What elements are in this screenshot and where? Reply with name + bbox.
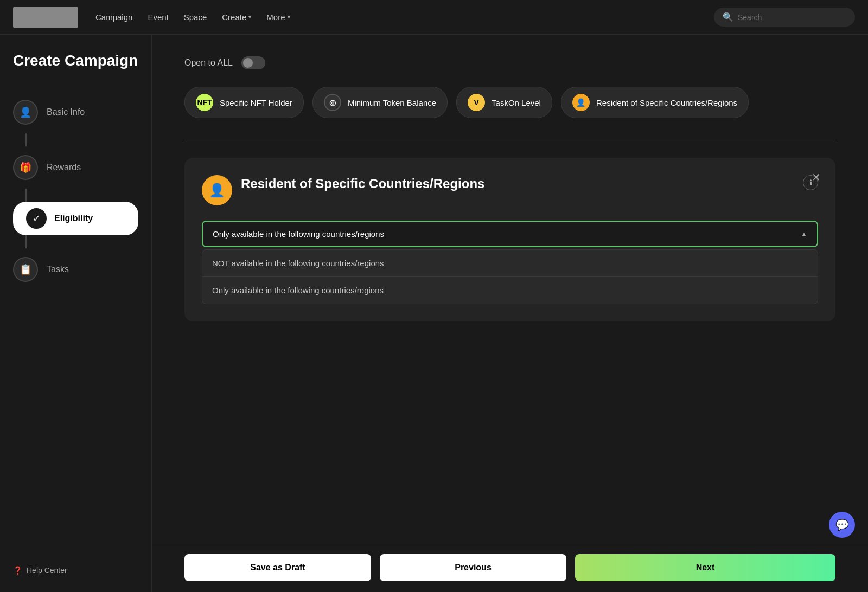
sidebar-item-basic-info[interactable]: 👤 Basic Info: [13, 91, 138, 133]
region-modal-icon: 👤: [202, 175, 232, 205]
logo: [13, 7, 78, 28]
sidebar-item-eligibility[interactable]: ✓ Eligibility: [13, 202, 138, 235]
region-icon: 👤: [572, 94, 590, 111]
main-content: Open to ALL NFT Specific NFT Holder ◎ Mi…: [152, 35, 868, 592]
eligibility-region-button[interactable]: 👤 Resident of Specific Countries/Regions: [561, 87, 749, 118]
nav-more[interactable]: More ▾: [266, 12, 290, 22]
open-all-label: Open to ALL: [184, 58, 233, 68]
tasks-label: Tasks: [47, 265, 69, 274]
nav-event[interactable]: Event: [148, 12, 168, 22]
region-dropdown-options: NOT available in the following countries…: [202, 249, 818, 304]
eligibility-level-button[interactable]: V TaskOn Level: [456, 87, 552, 118]
nav-space[interactable]: Space: [184, 12, 207, 22]
eligibility-options: NFT Specific NFT Holder ◎ Minimum Token …: [184, 87, 835, 118]
bottom-bar: Save as Draft Previous Next: [152, 543, 868, 592]
discord-button[interactable]: 💬: [829, 512, 855, 538]
dropdown-arrow-icon: ▲: [801, 230, 807, 238]
previous-button[interactable]: Previous: [380, 554, 566, 581]
help-icon: ❓: [13, 566, 22, 575]
topnav: Campaign Event Space Create ▾ More ▾ 🔍: [0, 0, 868, 35]
dropdown-option-only-available[interactable]: Only available in the following countrie…: [202, 276, 818, 304]
discord-icon: 💬: [835, 518, 849, 531]
region-dropdown-selected[interactable]: Only available in the following countrie…: [202, 221, 818, 247]
region-modal-card: ✕ 👤 Resident of Specific Countries/Regio…: [184, 158, 835, 321]
search-icon: 🔍: [723, 12, 733, 22]
step-connector-1: [25, 133, 27, 146]
more-chevron-icon: ▾: [288, 14, 290, 20]
step-connector-2: [25, 189, 27, 202]
rewards-label: Rewards: [47, 163, 81, 172]
dropdown-selected-label: Only available in the following countrie…: [213, 229, 384, 239]
save-draft-button[interactable]: Save as Draft: [184, 554, 371, 581]
next-button[interactable]: Next: [575, 554, 835, 581]
eligibility-nft-button[interactable]: NFT Specific NFT Holder: [184, 87, 304, 118]
eligibility-label: Eligibility: [54, 214, 93, 223]
main-layout: Create Campaign 👤 Basic Info 🎁 Rewards ✓…: [0, 35, 868, 592]
nav-links: Campaign Event Space Create ▾ More ▾: [95, 12, 290, 22]
nav-campaign[interactable]: Campaign: [95, 12, 132, 22]
open-all-toggle[interactable]: [241, 56, 265, 69]
token-icon: ◎: [324, 94, 341, 111]
dropdown-option-not-available[interactable]: NOT available in the following countries…: [202, 250, 818, 276]
sidebar: Create Campaign 👤 Basic Info 🎁 Rewards ✓…: [0, 35, 152, 592]
basic-info-label: Basic Info: [47, 107, 85, 117]
help-center-link[interactable]: ❓ Help Center: [13, 566, 67, 575]
sidebar-item-rewards[interactable]: 🎁 Rewards: [13, 146, 138, 189]
nft-icon: NFT: [196, 94, 213, 111]
rewards-icon: 🎁: [13, 155, 38, 180]
tasks-icon: 📋: [13, 257, 38, 282]
level-icon: V: [468, 94, 485, 111]
modal-close-button[interactable]: ✕: [807, 169, 825, 186]
eligibility-icon: ✓: [26, 208, 47, 229]
sidebar-item-tasks[interactable]: 📋 Tasks: [13, 248, 138, 291]
modal-title: Resident of Specific Countries/Regions: [241, 175, 484, 192]
basic-info-icon: 👤: [13, 100, 38, 125]
search-input[interactable]: [738, 13, 846, 22]
section-divider: [184, 140, 835, 140]
open-all-row: Open to ALL: [184, 56, 835, 69]
nav-create[interactable]: Create ▾: [222, 12, 251, 22]
create-chevron-icon: ▾: [248, 14, 251, 20]
eligibility-token-button[interactable]: ◎ Minimum Token Balance: [312, 87, 448, 118]
modal-header: 👤 Resident of Specific Countries/Regions…: [202, 175, 818, 205]
sidebar-steps: 👤 Basic Info 🎁 Rewards ✓ Eligibility 📋 T…: [13, 91, 138, 291]
search-bar[interactable]: 🔍: [714, 8, 855, 27]
step-connector-3: [25, 235, 27, 248]
region-dropdown-wrapper: Only available in the following countrie…: [202, 221, 818, 304]
page-title: Create Campaign: [13, 52, 138, 69]
